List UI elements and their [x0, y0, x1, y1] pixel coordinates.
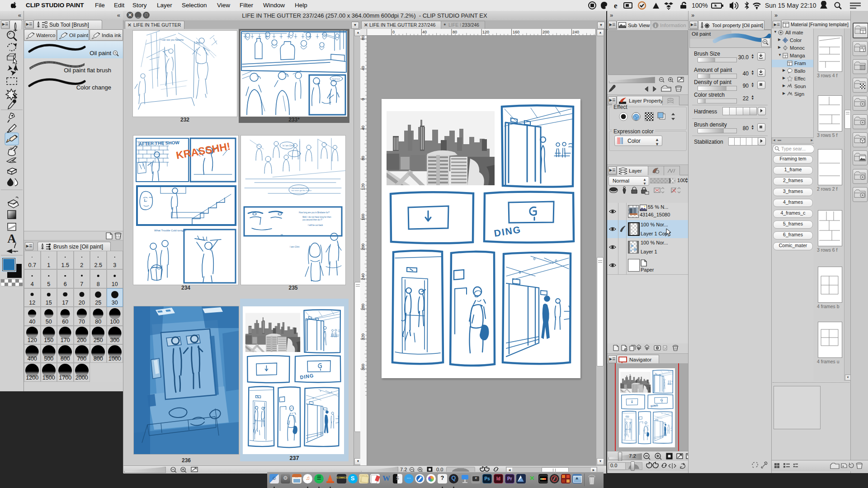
svg-text:360: 360 — [361, 364, 365, 371]
svg-text:Sun 15 May 22:10: Sun 15 May 22:10 — [765, 2, 816, 9]
svg-text:80: 80 — [361, 36, 365, 40]
svg-text:i: i — [655, 23, 656, 28]
svg-text:200: 200 — [542, 30, 549, 34]
svg-text:320: 320 — [361, 333, 365, 340]
svg-text:but never got the chance: but never got the chance — [292, 189, 312, 192]
svg-text:80: 80 — [453, 30, 457, 34]
svg-text:240: 240 — [572, 30, 579, 34]
svg-text:0: 0 — [392, 30, 395, 34]
svg-text:120: 120 — [482, 30, 489, 34]
svg-text:40: 40 — [361, 126, 365, 130]
svg-text:40: 40 — [422, 30, 427, 34]
svg-text:Good luck: Good luck — [332, 78, 340, 80]
svg-text:280: 280 — [361, 304, 365, 310]
svg-text:I can see you Natasha: I can see you Natasha — [161, 38, 184, 41]
svg-text:Well, I do not have long for t: Well, I do not have long for then — [302, 216, 331, 218]
svg-text:How long are you in Brisbane f: How long are you in Brisbane for? — [299, 211, 330, 214]
svg-text:I am Clint: I am Clint — [290, 245, 300, 248]
svg-text:40: 40 — [361, 66, 365, 70]
svg-text:100%: 100% — [692, 2, 708, 9]
svg-text:0: 0 — [361, 98, 365, 100]
svg-text:I will be out back: I will be out back — [308, 224, 323, 226]
svg-text:e: e — [614, 1, 618, 10]
svg-text:A: A — [7, 232, 16, 245]
svg-text:80: 80 — [361, 156, 365, 160]
svg-text:Hi: Hi — [281, 234, 283, 236]
svg-text:240: 240 — [361, 273, 365, 280]
svg-text:160: 160 — [361, 214, 365, 221]
svg-text:Is I am Clint: Is I am Clint — [283, 145, 294, 147]
svg-text:200: 200 — [361, 244, 365, 250]
svg-text:you around then do I?: you around then do I? — [302, 219, 322, 221]
svg-text:120: 120 — [361, 183, 365, 190]
svg-text:What Trouble Cold tonight!: What Trouble Cold tonight! — [154, 229, 186, 232]
svg-text:160: 160 — [513, 30, 519, 34]
